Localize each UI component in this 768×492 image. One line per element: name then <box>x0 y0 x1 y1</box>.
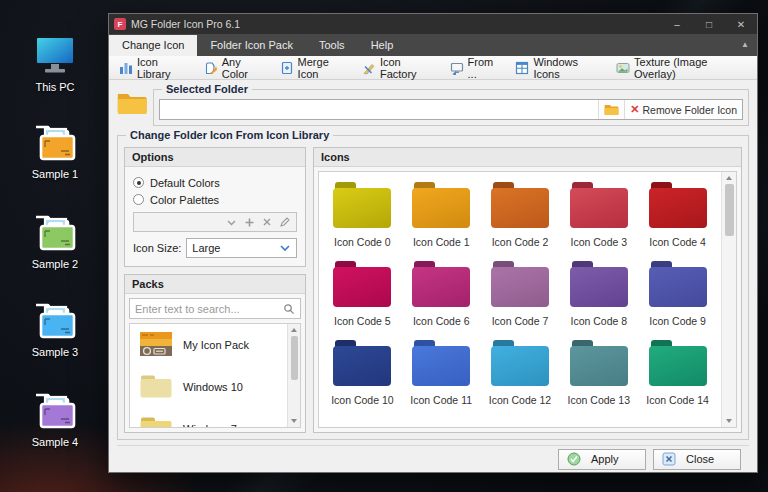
selected-folder-label: Selected Folder <box>162 83 252 95</box>
chevron-down-icon <box>226 217 237 228</box>
icon-cell-icon-code-4[interactable]: Icon Code 4 <box>649 182 707 248</box>
icon-cell-icon-code-14[interactable]: Icon Code 14 <box>646 340 708 406</box>
remove-x-icon: ✕ <box>630 103 639 116</box>
icon-cell-icon-code-10[interactable]: Icon Code 10 <box>331 340 393 406</box>
icon-cell-icon-code-3[interactable]: Icon Code 3 <box>570 182 628 248</box>
icon-cell-icon-code-11[interactable]: Icon Code 11 <box>410 340 472 406</box>
selected-folder-input[interactable] <box>160 100 598 119</box>
icon-cell-icon-code-13[interactable]: Icon Code 13 <box>568 340 630 406</box>
windows-grid-icon <box>515 61 529 75</box>
icon-code-label: Icon Code 4 <box>649 236 707 248</box>
packs-list: My Icon PackWindows 10Windows 7Windows 1… <box>129 323 301 428</box>
icons-scrollbar[interactable] <box>721 172 736 427</box>
apply-check-icon <box>567 452 581 466</box>
folder-glyph <box>570 340 628 386</box>
desktop-icon-sample-2[interactable]: Sample 2 <box>14 210 96 270</box>
apply-label: Apply <box>591 453 619 465</box>
icon-cell-icon-code-1[interactable]: Icon Code 1 <box>412 182 470 248</box>
scroll-up-icon[interactable] <box>291 328 297 332</box>
palette-combo[interactable] <box>133 212 297 232</box>
close-dialog-button[interactable]: Close <box>653 449 741 470</box>
pack-item-windows-10[interactable]: Windows 10 <box>130 366 287 408</box>
icon-code-label: Icon Code 9 <box>649 315 707 327</box>
folder-glyph <box>412 261 470 307</box>
title-bar[interactable]: F MG Folder Icon Pro 6.1 – □ ✕ <box>109 14 757 34</box>
folder-glyph <box>333 261 391 307</box>
scroll-up-icon[interactable] <box>726 176 732 180</box>
packs-search[interactable] <box>129 298 301 319</box>
toolbar-windows-icons[interactable]: Windows Icons <box>509 54 610 82</box>
scroll-down-icon[interactable] <box>726 419 732 423</box>
folder-glyph <box>570 182 628 228</box>
icon-cell-icon-code-0[interactable]: Icon Code 0 <box>333 182 391 248</box>
texture-icon <box>616 61 630 75</box>
icon-cell-icon-code-5[interactable]: Icon Code 5 <box>333 261 391 327</box>
folder-glyph <box>491 182 549 228</box>
icon-code-label: Icon Code 0 <box>333 236 391 248</box>
bar-chart-icon <box>119 61 133 75</box>
packs-scroll-thumb[interactable] <box>291 336 298 380</box>
radio-label: Default Colors <box>150 177 220 189</box>
maximize-button[interactable]: □ <box>693 14 725 34</box>
delete-palette-icon <box>262 217 272 227</box>
folder-glyph <box>649 182 707 228</box>
desktop-icon-sample-4[interactable]: Sample 4 <box>14 388 96 448</box>
pack-item-my-icon-pack[interactable]: My Icon Pack <box>130 324 287 366</box>
desktop-icon-label: This PC <box>14 81 96 93</box>
minimize-button[interactable]: – <box>661 14 693 34</box>
icon-cell-icon-code-8[interactable]: Icon Code 8 <box>570 261 628 327</box>
library-group: Change Folder Icon From Icon Library Opt… <box>117 135 749 440</box>
radio-color-palettes[interactable]: Color Palettes <box>133 191 297 208</box>
toolbar-icon-factory[interactable]: Icon Factory <box>356 54 444 82</box>
icon-cell-icon-code-6[interactable]: Icon Code 6 <box>412 261 470 327</box>
apply-button[interactable]: Apply <box>558 449 646 470</box>
packs-search-input[interactable] <box>135 303 283 315</box>
icon-cell-icon-code-7[interactable]: Icon Code 7 <box>491 261 549 327</box>
folder-glyph <box>491 261 549 307</box>
toolbar-from[interactable]: From ... <box>444 54 510 82</box>
close-button[interactable]: ✕ <box>725 14 757 34</box>
icon-cell-icon-code-9[interactable]: Icon Code 9 <box>649 261 707 327</box>
pack-item-windows-7[interactable]: Windows 7 <box>130 408 287 428</box>
app-window: F MG Folder Icon Pro 6.1 – □ ✕ Change Ic… <box>108 13 758 473</box>
toolbar-label: Any Color <box>222 56 268 80</box>
folder-glyph <box>649 261 707 307</box>
toolbar-label: Icon Factory <box>380 56 438 80</box>
pc-monitor-icon <box>14 33 96 77</box>
radio-label: Color Palettes <box>150 194 219 206</box>
icon-size-select[interactable]: Large <box>186 238 297 258</box>
factory-icon <box>362 61 376 75</box>
desktop-icon-label: Sample 3 <box>14 346 96 358</box>
desktop-icon-sample-3[interactable]: Sample 3 <box>14 298 96 358</box>
icon-code-label: Icon Code 8 <box>570 315 628 327</box>
remove-folder-icon-button[interactable]: ✕ Remove Folder Icon <box>624 100 742 119</box>
toolbar-merge-icon[interactable]: Merge Icon <box>274 54 356 82</box>
radio-button-icon <box>133 194 144 205</box>
icons-scroll-thumb[interactable] <box>725 184 734 236</box>
desktop-icon-sample-1[interactable]: Sample 1 <box>14 120 96 180</box>
desktop-icon-label: Sample 2 <box>14 258 96 270</box>
desktop-icon-this-pc[interactable]: This PC <box>14 33 96 93</box>
browse-folder-button[interactable] <box>598 100 624 119</box>
edit-palette-icon <box>279 217 290 228</box>
icon-cell-icon-code-2[interactable]: Icon Code 2 <box>491 182 549 248</box>
icon-cell-icon-code-12[interactable]: Icon Code 12 <box>489 340 551 406</box>
toolbar-texture-image-overlay[interactable]: Texture (Image Overlay) <box>610 54 753 82</box>
folder-glyph <box>649 340 707 386</box>
toolbar-any-color[interactable]: Any Color <box>198 54 274 82</box>
icon-code-label: Icon Code 7 <box>491 315 549 327</box>
selected-folder-group: Selected Folder ✕ Remove Folder Icon <box>153 89 749 126</box>
window-title: MG Folder Icon Pro 6.1 <box>131 18 240 30</box>
scroll-down-icon[interactable] <box>291 419 297 423</box>
toolbar-icon-library[interactable]: Icon Library <box>113 54 198 82</box>
palette-icon <box>204 61 218 75</box>
toolbar-label: Windows Icons <box>533 56 604 80</box>
icon-code-label: Icon Code 3 <box>570 236 628 248</box>
packs-scrollbar[interactable] <box>287 324 300 427</box>
remove-folder-icon-label: Remove Folder Icon <box>642 104 737 116</box>
radio-default-colors[interactable]: Default Colors <box>133 174 297 191</box>
ribbon-toolbar: Icon LibraryAny ColorMerge IconIcon Fact… <box>109 56 757 80</box>
browse-folder-icon <box>604 103 619 116</box>
pack-folder-icon <box>139 330 173 360</box>
footer-bar: Apply Close <box>117 445 749 472</box>
